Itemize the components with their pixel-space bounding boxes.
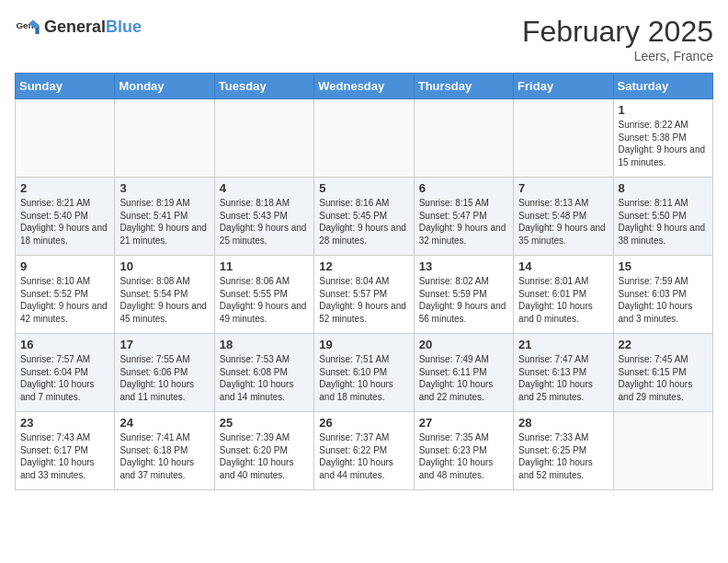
- day-info: Sunrise: 8:13 AM Sunset: 5:48 PM Dayligh…: [518, 197, 608, 247]
- table-row: 19Sunrise: 7:51 AM Sunset: 6:10 PM Dayli…: [314, 334, 414, 412]
- logo: Gen GeneralBlue: [15, 15, 142, 40]
- table-row: 12Sunrise: 8:04 AM Sunset: 5:57 PM Dayli…: [314, 256, 414, 334]
- location: Leers, France: [522, 49, 713, 63]
- table-row: 10Sunrise: 8:08 AM Sunset: 5:54 PM Dayli…: [115, 256, 214, 334]
- day-info: Sunrise: 8:16 AM Sunset: 5:45 PM Dayligh…: [319, 197, 408, 247]
- logo-text: GeneralBlue: [44, 18, 142, 37]
- day-info: Sunrise: 7:59 AM Sunset: 6:03 PM Dayligh…: [619, 275, 708, 325]
- header-thursday: Thursday: [414, 74, 513, 99]
- table-row: 16Sunrise: 7:57 AM Sunset: 6:04 PM Dayli…: [16, 334, 115, 412]
- table-row: 25Sunrise: 7:39 AM Sunset: 6:20 PM Dayli…: [214, 412, 313, 490]
- table-row: 2Sunrise: 8:21 AM Sunset: 5:40 PM Daylig…: [16, 178, 115, 256]
- day-info: Sunrise: 7:37 AM Sunset: 6:22 PM Dayligh…: [319, 431, 408, 481]
- day-number: 21: [518, 338, 608, 351]
- day-number: 12: [319, 259, 408, 273]
- month-title: February 2025: [522, 15, 713, 49]
- day-info: Sunrise: 7:53 AM Sunset: 6:08 PM Dayligh…: [220, 353, 309, 403]
- day-info: Sunrise: 7:49 AM Sunset: 6:11 PM Dayligh…: [419, 353, 508, 403]
- table-row: 8Sunrise: 8:11 AM Sunset: 5:50 PM Daylig…: [613, 178, 712, 256]
- day-number: 18: [220, 338, 309, 351]
- day-info: Sunrise: 7:55 AM Sunset: 6:06 PM Dayligh…: [119, 353, 209, 403]
- table-row: 22Sunrise: 7:45 AM Sunset: 6:15 PM Dayli…: [613, 334, 712, 412]
- calendar-header-row: Sunday Monday Tuesday Wednesday Thursday…: [16, 74, 713, 99]
- day-info: Sunrise: 8:08 AM Sunset: 5:54 PM Dayligh…: [119, 275, 209, 325]
- day-info: Sunrise: 7:33 AM Sunset: 6:25 PM Dayligh…: [518, 431, 608, 481]
- header-monday: Monday: [115, 74, 214, 99]
- table-row: 27Sunrise: 7:35 AM Sunset: 6:23 PM Dayli…: [414, 412, 513, 490]
- table-row: 3Sunrise: 8:19 AM Sunset: 5:41 PM Daylig…: [115, 178, 214, 256]
- table-row: 18Sunrise: 7:53 AM Sunset: 6:08 PM Dayli…: [214, 334, 313, 412]
- table-row: [214, 99, 313, 178]
- header: Gen GeneralBlue February 2025 Leers, Fra…: [15, 15, 713, 63]
- day-number: 4: [220, 181, 309, 195]
- day-number: 16: [20, 338, 109, 351]
- day-number: 17: [119, 338, 209, 351]
- table-row: 26Sunrise: 7:37 AM Sunset: 6:22 PM Dayli…: [314, 412, 414, 490]
- day-number: 28: [518, 416, 608, 430]
- day-info: Sunrise: 7:45 AM Sunset: 6:15 PM Dayligh…: [619, 353, 708, 403]
- calendar-week-row: 2Sunrise: 8:21 AM Sunset: 5:40 PM Daylig…: [16, 178, 713, 256]
- table-row: 20Sunrise: 7:49 AM Sunset: 6:11 PM Dayli…: [414, 334, 513, 412]
- table-row: 6Sunrise: 8:15 AM Sunset: 5:47 PM Daylig…: [414, 178, 513, 256]
- day-info: Sunrise: 8:18 AM Sunset: 5:43 PM Dayligh…: [220, 197, 309, 247]
- day-number: 11: [220, 259, 309, 273]
- table-row: [414, 99, 513, 178]
- day-number: 14: [518, 259, 608, 273]
- table-row: 9Sunrise: 8:10 AM Sunset: 5:52 PM Daylig…: [16, 256, 115, 334]
- header-tuesday: Tuesday: [214, 74, 313, 99]
- calendar-week-row: 16Sunrise: 7:57 AM Sunset: 6:04 PM Dayli…: [16, 334, 713, 412]
- day-info: Sunrise: 7:51 AM Sunset: 6:10 PM Dayligh…: [319, 353, 408, 403]
- table-row: [514, 99, 613, 178]
- table-row: [613, 412, 712, 490]
- day-info: Sunrise: 8:01 AM Sunset: 6:01 PM Dayligh…: [518, 275, 608, 325]
- day-number: 10: [119, 259, 209, 273]
- day-number: 23: [20, 416, 109, 430]
- calendar-week-row: 9Sunrise: 8:10 AM Sunset: 5:52 PM Daylig…: [16, 256, 713, 334]
- day-number: 25: [220, 416, 309, 430]
- day-number: 27: [419, 416, 508, 430]
- header-wednesday: Wednesday: [314, 74, 414, 99]
- day-info: Sunrise: 7:39 AM Sunset: 6:20 PM Dayligh…: [220, 431, 309, 481]
- day-info: Sunrise: 8:22 AM Sunset: 5:38 PM Dayligh…: [619, 119, 708, 168]
- table-row: 11Sunrise: 8:06 AM Sunset: 5:55 PM Dayli…: [214, 256, 313, 334]
- day-number: 7: [518, 181, 608, 195]
- table-row: 13Sunrise: 8:02 AM Sunset: 5:59 PM Dayli…: [414, 256, 513, 334]
- table-row: 14Sunrise: 8:01 AM Sunset: 6:01 PM Dayli…: [514, 256, 613, 334]
- day-number: 15: [619, 259, 708, 273]
- table-row: 17Sunrise: 7:55 AM Sunset: 6:06 PM Dayli…: [115, 334, 214, 412]
- day-info: Sunrise: 7:47 AM Sunset: 6:13 PM Dayligh…: [518, 353, 608, 403]
- table-row: 28Sunrise: 7:33 AM Sunset: 6:25 PM Dayli…: [514, 412, 613, 490]
- header-friday: Friday: [514, 74, 613, 99]
- day-info: Sunrise: 8:11 AM Sunset: 5:50 PM Dayligh…: [619, 197, 708, 247]
- day-info: Sunrise: 7:41 AM Sunset: 6:18 PM Dayligh…: [119, 431, 209, 481]
- calendar-week-row: 23Sunrise: 7:43 AM Sunset: 6:17 PM Dayli…: [16, 412, 713, 490]
- calendar: Sunday Monday Tuesday Wednesday Thursday…: [15, 73, 713, 490]
- title-area: February 2025 Leers, France: [522, 15, 713, 63]
- header-saturday: Saturday: [613, 74, 712, 99]
- table-row: 5Sunrise: 8:16 AM Sunset: 5:45 PM Daylig…: [314, 178, 414, 256]
- table-row: 15Sunrise: 7:59 AM Sunset: 6:03 PM Dayli…: [613, 256, 712, 334]
- table-row: 4Sunrise: 8:18 AM Sunset: 5:43 PM Daylig…: [214, 178, 313, 256]
- header-sunday: Sunday: [16, 74, 115, 99]
- table-row: 24Sunrise: 7:41 AM Sunset: 6:18 PM Dayli…: [115, 412, 214, 490]
- day-number: 19: [319, 338, 408, 351]
- day-info: Sunrise: 7:35 AM Sunset: 6:23 PM Dayligh…: [419, 431, 508, 481]
- day-number: 9: [20, 259, 109, 273]
- day-info: Sunrise: 8:04 AM Sunset: 5:57 PM Dayligh…: [319, 275, 408, 325]
- day-info: Sunrise: 8:15 AM Sunset: 5:47 PM Dayligh…: [419, 197, 508, 247]
- table-row: 23Sunrise: 7:43 AM Sunset: 6:17 PM Dayli…: [16, 412, 115, 490]
- day-info: Sunrise: 8:21 AM Sunset: 5:40 PM Dayligh…: [20, 197, 109, 247]
- day-number: 1: [619, 103, 708, 117]
- day-number: 2: [20, 181, 109, 195]
- day-number: 8: [619, 181, 708, 195]
- logo-icon: Gen: [15, 15, 40, 40]
- table-row: 7Sunrise: 8:13 AM Sunset: 5:48 PM Daylig…: [514, 178, 613, 256]
- day-number: 24: [119, 416, 209, 430]
- table-row: [115, 99, 214, 178]
- day-number: 13: [419, 259, 508, 273]
- day-number: 5: [319, 181, 408, 195]
- day-number: 6: [419, 181, 508, 195]
- day-info: Sunrise: 7:43 AM Sunset: 6:17 PM Dayligh…: [20, 431, 109, 481]
- day-info: Sunrise: 8:06 AM Sunset: 5:55 PM Dayligh…: [220, 275, 309, 325]
- day-info: Sunrise: 7:57 AM Sunset: 6:04 PM Dayligh…: [20, 353, 109, 403]
